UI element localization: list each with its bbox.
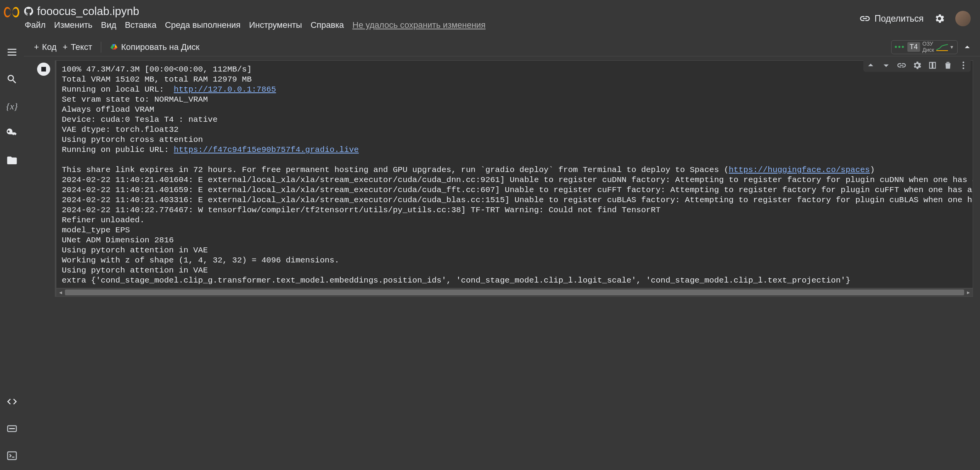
menu-view[interactable]: Вид: [101, 20, 116, 30]
colab-logo[interactable]: [0, 0, 24, 17]
more-cell-icon[interactable]: [958, 60, 968, 70]
search-icon[interactable]: [6, 73, 18, 85]
add-text-label: Текст: [71, 42, 92, 52]
left-sidebar: {x}: [0, 38, 24, 470]
spaces-url-link[interactable]: https://huggingface.co/spaces: [729, 165, 870, 174]
status-dots-icon: •••: [895, 43, 905, 51]
secrets-icon[interactable]: [6, 128, 18, 139]
plus-icon: +: [34, 42, 39, 52]
svg-point-5: [963, 67, 964, 69]
copy-to-drive-button[interactable]: Копировать на Диск: [107, 41, 203, 54]
save-status[interactable]: Не удалось сохранить изменения: [352, 20, 486, 30]
github-icon: [24, 7, 33, 16]
notebook-area: 100% 47.3M/47.3M [00:00<00:00, 112MB/s] …: [24, 56, 980, 470]
user-avatar[interactable]: [955, 11, 971, 26]
app-header: fooocus_colab.ipynb Файл Изменить Вид Вс…: [0, 0, 980, 38]
runtime-status[interactable]: ••• T4 ОЗУ Диск ▼: [891, 40, 958, 54]
drive-icon: [110, 43, 118, 51]
svg-rect-2: [8, 452, 17, 460]
share-button[interactable]: Поделиться: [859, 13, 924, 24]
code-cell: 100% 47.3M/47.3M [00:00<00:00, 112MB/s] …: [32, 60, 973, 297]
menu-tools[interactable]: Инструменты: [249, 20, 302, 30]
settings-icon[interactable]: [934, 13, 945, 24]
link-icon: [859, 13, 871, 24]
collapse-header-icon[interactable]: [961, 41, 973, 53]
code-snippets-icon[interactable]: [6, 396, 18, 407]
add-text-button[interactable]: +Текст: [59, 41, 95, 54]
menu-help[interactable]: Справка: [311, 20, 344, 30]
menu-file[interactable]: Файл: [25, 20, 46, 30]
caret-down-icon: ▼: [949, 44, 954, 50]
scroll-thumb[interactable]: [65, 289, 964, 295]
svg-point-3: [963, 61, 964, 63]
cell-toolbar: [863, 59, 971, 72]
move-down-icon[interactable]: [881, 60, 891, 70]
output-text[interactable]: 100% 47.3M/47.3M [00:00<00:00, 112MB/s] …: [56, 65, 973, 288]
cell-output: 100% 47.3M/47.3M [00:00<00:00, 112MB/s] …: [55, 60, 973, 297]
variables-icon[interactable]: {x}: [6, 100, 18, 112]
svg-point-4: [963, 65, 964, 66]
scroll-left-arrow[interactable]: ◄: [56, 288, 65, 296]
menu-bar: Файл Изменить Вид Вставка Среда выполнен…: [24, 18, 859, 30]
copy-drive-label: Копировать на Диск: [121, 42, 200, 52]
share-label: Поделиться: [875, 14, 924, 24]
public-url-link[interactable]: https://f47c94f15e90b757f4.gradio.live: [174, 145, 359, 154]
usage-sparkline-icon: [936, 43, 948, 51]
local-url-link[interactable]: http://127.0.0.1:7865: [174, 85, 276, 94]
stat-ram: ОЗУ: [922, 41, 934, 47]
add-code-button[interactable]: +Код: [31, 41, 59, 54]
add-code-label: Код: [42, 42, 56, 52]
stop-execution-button[interactable]: [37, 63, 50, 76]
toc-icon[interactable]: [6, 46, 18, 58]
toolbar: +Код +Текст Копировать на Диск ••• T4 ОЗ…: [24, 38, 980, 56]
separator: [101, 42, 101, 53]
menu-edit[interactable]: Изменить: [54, 20, 92, 30]
horizontal-scrollbar[interactable]: ◄ ►: [56, 288, 973, 296]
cell-settings-icon[interactable]: [912, 60, 922, 70]
plus-icon: +: [63, 42, 68, 52]
runtime-stats: ОЗУ Диск: [922, 41, 934, 53]
delete-cell-icon[interactable]: [943, 60, 953, 70]
runtime-badge: T4: [907, 42, 920, 52]
scroll-right-arrow[interactable]: ►: [964, 288, 973, 296]
command-palette-icon[interactable]: [6, 423, 18, 434]
terminal-icon[interactable]: [6, 450, 18, 461]
notebook-title[interactable]: fooocus_colab.ipynb: [37, 5, 139, 18]
svg-rect-1: [9, 428, 15, 429]
mirror-cell-icon[interactable]: [927, 60, 938, 70]
menu-runtime[interactable]: Среда выполнения: [165, 20, 241, 30]
cell-link-icon[interactable]: [897, 60, 907, 70]
move-up-icon[interactable]: [866, 60, 876, 70]
stop-icon: [41, 67, 46, 72]
files-icon[interactable]: [6, 155, 18, 166]
stat-disk: Диск: [922, 47, 934, 53]
menu-insert[interactable]: Вставка: [125, 20, 156, 30]
